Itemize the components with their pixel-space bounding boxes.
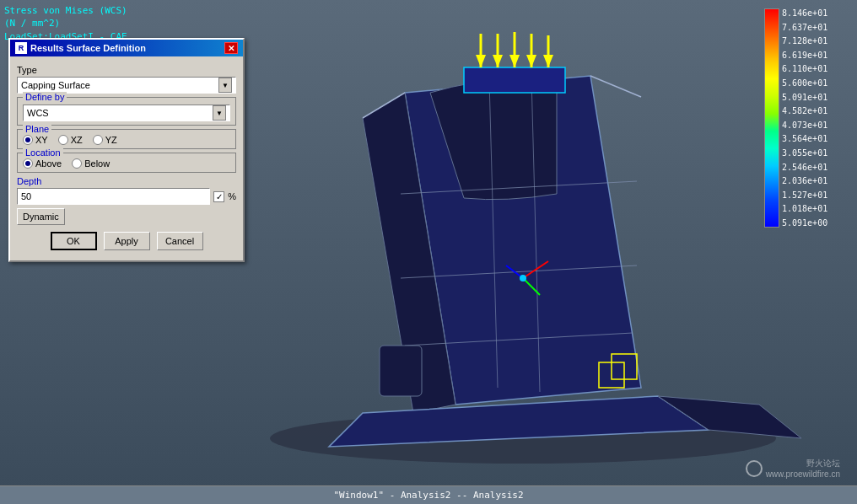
plane-xy-radio[interactable] (23, 135, 33, 145)
location-label: Location (23, 147, 63, 158)
ok-button[interactable]: OK (51, 232, 97, 250)
plane-xz-option[interactable]: XZ (58, 135, 83, 145)
define-by-arrow: ▼ (213, 105, 226, 121)
plane-yz-radio[interactable] (93, 135, 103, 145)
status-text: "Window1" - Analysis2 -- Analysis2 (333, 490, 523, 501)
location-above-radio[interactable] (23, 158, 33, 169)
watermark-brand: 野火论坛 (766, 458, 840, 469)
legend-value: 6.619e+01 (782, 51, 827, 60)
depth-label: Depth (17, 176, 236, 186)
apply-button[interactable]: Apply (104, 232, 150, 250)
plane-xz-label: XZ (71, 135, 83, 145)
location-above-option[interactable]: Above (23, 158, 62, 169)
dialog-title: Results Surface Definition (30, 43, 146, 53)
define-by-label: Define by (23, 92, 67, 102)
watermark: 野火论坛 www.proewildfire.cn (746, 458, 840, 479)
svg-rect-7 (464, 67, 565, 93)
legend-value: 3.055e+01 (782, 148, 827, 158)
color-legend: 8.146e+017.637e+017.128e+016.619e+016.11… (764, 8, 849, 228)
legend-value: 6.110e+01 (782, 64, 827, 73)
cancel-button[interactable]: Cancel (157, 232, 203, 250)
plane-xy-option[interactable]: XY (23, 135, 48, 145)
status-bar: "Window1" - Analysis2 -- Analysis2 (0, 485, 857, 504)
svg-marker-9 (476, 55, 486, 67)
type-select-value: Capping Surface (21, 80, 218, 90)
dialog-app-icon: R (15, 42, 27, 54)
legend-labels-container: 8.146e+017.637e+017.128e+016.619e+016.11… (782, 8, 827, 228)
legend-value: 7.128e+01 (782, 36, 827, 46)
dialog-buttons-row: OK Apply Cancel (17, 225, 236, 255)
define-by-groupbox: Define by WCS ▼ (17, 97, 236, 126)
stress-units: (N / mm^2) (4, 17, 127, 29)
plane-xz-radio[interactable] (58, 135, 68, 145)
svg-rect-21 (380, 346, 422, 396)
legend-value: 7.637e+01 (782, 23, 827, 32)
model-view (236, 25, 810, 472)
type-select-arrow: ▼ (218, 78, 232, 93)
results-surface-dialog: R Results Surface Definition ✕ Type Capp… (8, 38, 245, 262)
stress-title: Stress von Mises (WCS) (4, 4, 127, 17)
type-label: Type (17, 65, 236, 75)
plane-label: Plane (23, 124, 51, 134)
plane-yz-label: YZ (105, 135, 117, 145)
plane-radio-row: XY XZ YZ (23, 133, 230, 145)
define-by-select[interactable]: WCS ▼ (23, 105, 230, 121)
legend-value: 3.564e+01 (782, 134, 827, 143)
svg-marker-11 (493, 55, 503, 67)
svg-marker-17 (543, 55, 553, 67)
type-select[interactable]: Capping Surface ▼ (17, 77, 236, 94)
watermark-url: www.proewildfire.cn (766, 469, 840, 479)
define-by-value: WCS (27, 108, 213, 118)
titlebar-left: R Results Surface Definition (15, 42, 146, 54)
legend-gradient-bar (764, 8, 779, 228)
watermark-logo-circle (746, 460, 763, 477)
svg-marker-13 (509, 55, 520, 67)
dynamic-button[interactable]: Dynamic (17, 208, 65, 225)
depth-input[interactable] (17, 188, 210, 205)
svg-point-25 (520, 275, 526, 281)
legend-value: 5.091e+00 (782, 218, 827, 228)
location-below-option[interactable]: Below (72, 158, 110, 169)
legend-value: 5.091e+01 (782, 93, 827, 102)
legend-value: 1.018e+01 (782, 204, 827, 213)
dialog-body: Type Capping Surface ▼ Define by WCS ▼ P… (10, 56, 243, 260)
svg-line-29 (590, 76, 641, 97)
legend-value: 8.146e+01 (782, 8, 827, 18)
location-groupbox: Location Above Below (17, 153, 236, 173)
svg-marker-15 (526, 55, 536, 67)
depth-percent: % (228, 191, 236, 201)
location-radio-row: Above Below (23, 157, 230, 169)
depth-checkbox[interactable]: ✓ (213, 191, 224, 202)
legend-value: 4.582e+01 (782, 106, 827, 115)
depth-input-row: ✓ % (17, 188, 236, 205)
cae-viewport: Stress von Mises (WCS) (N / mm^2) LoadSe… (0, 0, 857, 504)
location-below-label: Below (84, 158, 110, 169)
plane-yz-option[interactable]: YZ (93, 135, 117, 145)
legend-value: 5.600e+01 (782, 78, 827, 88)
legend-value: 1.527e+01 (782, 190, 827, 200)
location-below-radio[interactable] (72, 158, 82, 169)
legend-value: 2.546e+01 (782, 163, 827, 172)
dialog-titlebar: R Results Surface Definition ✕ (10, 40, 243, 56)
location-above-label: Above (35, 158, 62, 169)
plane-groupbox: Plane XY XZ YZ (17, 129, 236, 149)
plane-xy-label: XY (35, 135, 48, 145)
legend-value: 2.036e+01 (782, 176, 827, 185)
legend-value: 4.073e+01 (782, 121, 827, 130)
dialog-close-button[interactable]: ✕ (224, 42, 238, 54)
